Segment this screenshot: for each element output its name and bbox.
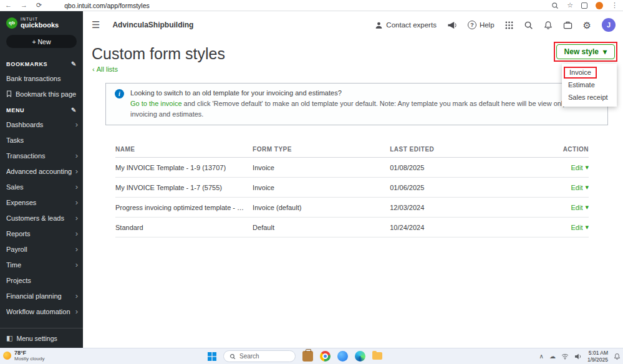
onedrive-cloud-icon[interactable]: ☁ (549, 353, 556, 360)
browser-menu-icon[interactable]: ⋮ (611, 2, 618, 9)
sidebar-toggle-icon[interactable]: ☰ (92, 19, 100, 31)
contact-experts-label: Contact experts (386, 21, 437, 29)
sidebar-item-payroll[interactable]: Payroll› (0, 241, 83, 257)
sidebar-item-sales[interactable]: Sales› (0, 179, 83, 194)
sidebar-item-time[interactable]: Time› (0, 257, 83, 272)
sidebar-item-customers-leads[interactable]: Customers & leads› (0, 210, 83, 226)
menu-settings-button[interactable]: ◧ Menu settings (0, 328, 83, 348)
chrome-icon[interactable] (320, 351, 331, 362)
cell-form-type: Invoice (253, 164, 390, 171)
cell-last-edited: 01/06/2025 (390, 184, 518, 191)
chevron-down-icon: ▾ (585, 203, 589, 211)
help-button[interactable]: ? Help (468, 21, 495, 29)
extensions-icon[interactable] (581, 2, 587, 9)
cell-last-edited: 10/24/2024 (390, 224, 518, 231)
chevron-down-icon: ▾ (585, 223, 589, 231)
briefcase-app-icon[interactable] (302, 351, 313, 362)
contact-experts-button[interactable]: Contact experts (375, 21, 437, 29)
sidebar-item-label: Customers & leads (6, 214, 75, 222)
chevron-down-icon: ▾ (603, 47, 607, 56)
help-label: Help (480, 21, 495, 29)
weather-icon (3, 352, 11, 360)
new-style-label: New style (564, 47, 599, 56)
system-tray: ∧ ☁ 5:01 AM 1/9/2025 (539, 348, 621, 364)
annotation-box-invoice: Invoice (564, 67, 597, 79)
sidebar-item-label: Projects (6, 277, 78, 284)
sidebar-item-bookmark-this-page[interactable]: Bookmark this page (0, 86, 83, 102)
briefcase-icon[interactable] (563, 21, 572, 29)
company-name[interactable]: AdvinculaShipbuilding (112, 21, 193, 29)
search-icon[interactable] (524, 21, 533, 30)
edge-icon[interactable] (355, 351, 365, 362)
firefox-icon[interactable] (337, 351, 348, 362)
sidebar-item-label: Financial planning (6, 292, 75, 300)
go-to-invoice-link[interactable]: Go to the invoice (130, 100, 182, 107)
cell-name: Standard (115, 224, 253, 231)
windows-start-icon[interactable] (208, 352, 216, 361)
sidebar-item-tasks[interactable]: Tasks (0, 132, 83, 148)
wifi-icon[interactable] (561, 353, 569, 360)
sidebar-item-expenses[interactable]: Expenses› (0, 194, 83, 210)
settings-gear-icon[interactable]: ⚙ (583, 21, 591, 30)
new-style-button[interactable]: New style ▾ (556, 44, 615, 59)
user-avatar[interactable]: J (602, 18, 616, 32)
banner-body-text: and click 'Remove default' to make an ol… (130, 100, 576, 118)
logo-intuit-text: INTUIT (21, 17, 59, 21)
sidebar-item-workflow-automation[interactable]: Workflow automation› (0, 304, 83, 319)
sidebar-item-dashboards[interactable]: Dashboards› (0, 117, 83, 132)
taskbar-search-label: Search (239, 353, 259, 360)
dropdown-item-invoice[interactable]: Invoice (569, 69, 591, 76)
bookmark-star-icon[interactable]: ☆ (567, 2, 573, 9)
taskbar-clock[interactable]: 5:01 AM 1/9/2025 (587, 350, 608, 363)
table-row: My INVOICE Template - 1-7 (5755) Invoice… (115, 178, 589, 198)
cell-last-edited: 01/08/2025 (390, 164, 518, 171)
dropdown-item-sales-receipt[interactable]: Sales receipt (562, 91, 617, 103)
header-actions: Contact experts ? Help ⚙ J (375, 18, 616, 32)
dropdown-item-estimate[interactable]: Estimate (562, 79, 617, 91)
new-button[interactable]: + New (6, 35, 77, 48)
menu-settings-icon: ◧ (6, 334, 12, 342)
sidebar-item-label: Bank transactions (6, 75, 78, 82)
form-styles-table: NAME FORM TYPE LAST EDITED ACTION My INV… (115, 142, 589, 237)
volume-icon[interactable] (574, 353, 582, 360)
sidebar-item-advanced-accounting[interactable]: Advanced accounting› (0, 163, 83, 179)
tray-chevron-up-icon[interactable]: ∧ (539, 353, 544, 360)
reload-icon[interactable]: ⟳ (36, 2, 42, 9)
sidebar-item-bank-transactions[interactable]: Bank transactions (0, 70, 83, 86)
cell-name: My INVOICE Template - 1-9 (13707) (115, 164, 253, 171)
forward-icon[interactable]: → (21, 2, 27, 9)
edit-bookmarks-icon[interactable]: ✎ (71, 60, 77, 67)
sidebar-item-projects[interactable]: Projects (0, 272, 83, 288)
edit-button[interactable]: Edit▾ (571, 183, 589, 191)
sidebar-item-financial-planning[interactable]: Financial planning› (0, 288, 83, 304)
edit-button[interactable]: Edit▾ (571, 223, 589, 231)
edit-menu-icon[interactable]: ✎ (71, 107, 77, 113)
notification-center-bell-icon[interactable] (614, 353, 621, 360)
annotation-box-new-style: New style ▾ (554, 42, 617, 62)
back-icon[interactable]: ← (5, 2, 12, 9)
chevron-right-icon: › (75, 214, 78, 222)
browser-profile-avatar[interactable] (596, 2, 603, 9)
taskbar-search[interactable]: Search (223, 350, 296, 362)
zoom-icon[interactable] (551, 2, 559, 9)
file-explorer-icon[interactable] (372, 351, 383, 362)
sidebar-item-reports[interactable]: Reports› (0, 226, 83, 241)
edit-button[interactable]: Edit▾ (571, 163, 589, 171)
sidebar-item-label: Payroll (6, 246, 75, 253)
megaphone-icon[interactable] (447, 21, 457, 29)
edit-button[interactable]: Edit▾ (571, 203, 589, 211)
sidebar-item-transactions[interactable]: Transactions› (0, 148, 83, 163)
apps-grid-icon[interactable] (505, 21, 513, 29)
all-lists-link[interactable]: ‹ All lists (92, 65, 118, 73)
sidebar-item-label: Expenses (6, 199, 75, 206)
cell-form-type: Default (253, 224, 390, 231)
chevron-right-icon: › (75, 183, 78, 191)
bookmarks-header-label: BOOKMARKS (6, 61, 47, 67)
screen: ← → ⟳ qbo.intuit.com/app/formstyles ☆ ⋮ … (0, 0, 623, 364)
notifications-bell-icon[interactable] (544, 21, 553, 30)
help-icon: ? (468, 21, 476, 29)
app-header: ☰ AdvinculaShipbuilding Contact experts … (83, 11, 623, 39)
all-lists-label: All lists (97, 65, 118, 73)
taskbar-weather-widget[interactable]: 78°F Mostly cloudy (3, 350, 44, 362)
address-bar[interactable]: qbo.intuit.com/app/formstyles (64, 2, 543, 9)
